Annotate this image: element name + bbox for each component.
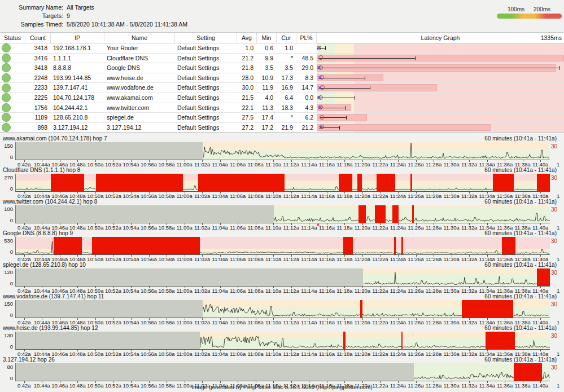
x-tick-label: 0:42a [18,161,31,167]
min-cell: 17.4 [257,113,277,122]
x-tick-label: 11:00a [176,288,192,293]
table-row[interactable]: 2233139.7.147.41www.vodafone.deDefault S… [0,82,564,93]
table-row[interactable]: 2225104.70.124.178www.akamai.comDefault … [0,93,564,103]
x-tick-label: 11:34a [479,224,495,230]
column-header-setting[interactable]: Setting [175,33,237,43]
column-header-ip[interactable]: IP [51,33,104,43]
latency-cell[interactable]: ✕ [317,43,564,53]
x-tick-label: 11:10a [265,319,281,325]
latency-cell[interactable]: ✕ [317,83,564,93]
column-header-pl[interactable]: PL% [296,33,317,43]
x-tick-label-clipped: 1 [557,256,559,262]
table-row[interactable]: 34188.8.8.8Google DNSDefault Settings21.… [0,63,564,73]
graph-duration-label: 60 minutes (10:41a - 11:41a) [484,167,557,173]
column-header-latency-graph[interactable]: Latency Graph 1335ms [317,33,564,43]
x-tick-label: 11:06a [230,351,246,356]
x-tick-label: 11:18a [336,288,352,293]
column-header-cur[interactable]: Cur [277,33,296,43]
latency-cell[interactable]: ✕ [317,103,564,113]
packet-loss-segment [357,174,362,191]
pl-cell: 4.3 [296,103,317,113]
table-row[interactable]: 3418192.168.178.1Your RouterDefault Sett… [0,43,564,53]
min-cell: 11.3 [257,103,277,113]
graph-plot-area[interactable] [15,300,550,318]
latency-cell[interactable] [317,113,564,122]
ip-cell: 104.70.124.178 [51,93,104,103]
graph-title: Cloudflare DNS (1.1.1.1) hop 8 [3,167,80,173]
x-tick-label: 11:30a [443,193,459,199]
graph-plot-area[interactable] [15,268,550,287]
column-header-count[interactable]: Count [25,33,51,43]
x-tick-label: 11:38a [515,256,531,262]
samples-timed-row: Samples Timed:5/8/2020 10:41:38 AM - 5/8… [0,20,187,28]
latency-cell[interactable]: ✕ [317,73,564,83]
name-cell: www.vodafone.de [104,83,175,93]
pl-cell: 48.5 [296,54,317,63]
graph-plot-area[interactable] [15,174,550,192]
x-tick-label: 11:12a [283,224,299,230]
latency-cell[interactable]: ✕ [317,63,564,73]
legend-100ms-label: 100ms [508,6,524,12]
status-cell [0,103,25,113]
min-cell: 3.5 [257,63,277,73]
avg-cell: 21.2 [237,54,257,63]
x-tick-label: 10:44a [34,161,50,167]
x-tick-label: 11:36a [497,193,513,199]
column-header-avg[interactable]: Avg [237,33,257,43]
x-tick-label: 11:28a [426,319,441,325]
table-row[interactable]: 1189128.65.210.8spiegel.deDefault Settin… [0,112,564,122]
graph-plot-area[interactable] [15,205,550,223]
setting-cell: Default Settings [175,113,237,122]
table-row[interactable]: 2248193.99.144.85www.heise.deDefault Set… [0,73,564,83]
x-tick-label: 11:16a [319,161,335,167]
graph-plot-area[interactable] [15,237,550,255]
x-tick-label: 10:46a [51,288,68,293]
x-axis-labels: 0:42a10:44a10:46a10:48a10:50a10:52a10:54… [15,350,564,356]
table-row[interactable]: 34161.1.1.1Cloudflare DNSDefault Setting… [0,53,564,63]
graph-title: Google DNS (8.8.8.8) hop 9 [3,230,73,236]
avg-cell: 21.5 [237,93,257,103]
x-tick-label: 10:58a [159,351,175,356]
x-tick-label: 11:20a [355,256,370,262]
latency-cell[interactable] [317,54,564,63]
x-tick-label: 11:22a [372,288,388,293]
packet-loss-segment [493,174,514,191]
latency-cell[interactable]: ✕ [317,93,564,103]
column-header-status[interactable]: Status [0,33,25,43]
no-data-region [16,142,203,160]
x-tick-label: 10:44a [34,288,50,293]
latency-whisker [317,98,355,98]
y-axis-max-label: 120 [0,269,13,275]
status-cell [0,83,25,93]
packet-loss-segment [537,174,550,191]
column-header-name[interactable]: Name [104,33,175,43]
right-scale-label: 30 [551,143,557,149]
latency-whisker-tick [346,106,346,110]
x-tick-label: 11:26a [408,256,423,262]
count-cell: 898 [25,123,51,133]
x-tick-label: 11:02a [194,319,210,325]
cur-cell: 18.3 [277,103,296,113]
x-tick-label: 10:50a [87,288,103,293]
x-tick-label: 10:46a [51,256,68,262]
x-tick-label: 11:26a [408,224,423,230]
setting-cell: Default Settings [175,83,237,93]
graph-duration-label: 60 minutes (10:41a - 11:41a) [484,293,557,299]
name-cell: www.twitter.com [104,103,175,113]
table-row[interactable]: 1756104.244.42.1www.twitter.comDefault S… [0,103,564,113]
table-row[interactable]: 8983.127.194.123.127.194.12Default Setti… [0,122,564,133]
ip-cell: 3.127.194.12 [51,123,104,133]
x-tick-label: 11:22a [372,351,388,356]
x-tick-label: 11:10a [265,351,281,356]
graph-duration-label: 60 minutes (10:41a - 11:41a) [484,230,557,236]
status-ok-icon [2,123,11,132]
graph-plot-area[interactable] [15,363,550,381]
x-tick-label: 11:32a [461,161,477,167]
count-cell: 3418 [25,43,51,53]
column-header-min[interactable]: Min [257,33,277,43]
graph-plot-area[interactable] [15,142,550,160]
latency-cell[interactable]: ✕ [317,123,564,133]
x-tick-label: 11:14a [301,319,317,325]
graph-plot-area[interactable] [15,332,550,350]
samples-timed-label: Samples Timed: [0,20,63,28]
